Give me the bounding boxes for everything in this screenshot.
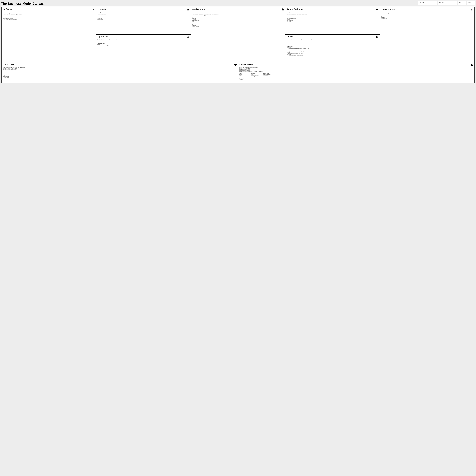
list-item: Risk Reduction bbox=[192, 24, 284, 25]
phase-name: 3. Purchase bbox=[287, 51, 378, 51]
list-item: Through which Channels do our Customer S… bbox=[287, 39, 378, 40]
rs-dynamic-head: dynamic pricing bbox=[263, 73, 271, 74]
ka-examples: ProductionProblem SolvingPlatform/Networ… bbox=[98, 17, 189, 20]
tag-icon bbox=[234, 64, 237, 66]
vp-questions: What value do we deliver to the customer… bbox=[192, 12, 284, 16]
co-questions: What are the most important costs inhere… bbox=[3, 67, 237, 70]
list-item: Who are our most important customers? bbox=[381, 13, 473, 14]
list-item: Which Key Activities do partners perform… bbox=[3, 15, 95, 16]
svg-rect-6 bbox=[283, 9, 284, 9]
page-title: The Business Model Canvas bbox=[1, 1, 417, 5]
list-item: Brokerage fees bbox=[239, 78, 247, 79]
people-icon bbox=[471, 8, 473, 11]
designed-by-label: Designed by: bbox=[439, 2, 456, 3]
svg-point-1 bbox=[187, 38, 187, 38]
cell-cost-structure: Cost Structure What are the most importa… bbox=[1, 62, 238, 83]
svg-point-8 bbox=[377, 37, 378, 38]
co-examples2: Fixed Costs (salaries, rents, utilities)… bbox=[3, 74, 237, 78]
phase-name: 2. Evaluation bbox=[287, 49, 378, 50]
heart-icon bbox=[376, 8, 378, 11]
list-item: Segmented bbox=[381, 16, 473, 17]
list-item: What Key Resources do our Value Proposit… bbox=[98, 39, 189, 40]
rs-types-head: types bbox=[239, 73, 247, 74]
list-item: Automated Services bbox=[287, 20, 378, 21]
link-icon bbox=[92, 8, 95, 11]
list-item: List Price bbox=[251, 74, 259, 75]
date-label: Date: bbox=[459, 2, 465, 3]
list-item: Customer segment dependent bbox=[251, 76, 259, 77]
phase-name: 5. After sales bbox=[287, 54, 378, 55]
rs-fixed-head: fixed pricing bbox=[251, 73, 259, 74]
list-item: Problem Solving bbox=[98, 18, 189, 19]
list-item: Who are our Key Partners? bbox=[3, 12, 95, 13]
customer-segments-title: Customer Segments bbox=[381, 8, 395, 10]
version-box[interactable]: Version: bbox=[467, 1, 475, 5]
designed-by-box[interactable]: Designed by: bbox=[438, 1, 457, 5]
list-item: Which Key Resources are most expensive? bbox=[3, 68, 237, 69]
list-item: Cost Driven (leanest cost structure, low… bbox=[3, 71, 237, 72]
list-item: For what do they currently pay? bbox=[239, 68, 473, 69]
cr-subhead: examples bbox=[287, 17, 378, 17]
list-item: Lending/Renting/Leasing bbox=[239, 77, 247, 77]
list-item: Niche Market bbox=[381, 16, 473, 16]
list-item: Variable costs bbox=[3, 75, 237, 76]
key-resources-title: Key Resources bbox=[98, 36, 108, 38]
list-item: Intellectual (brand patents, copyrights,… bbox=[98, 45, 189, 46]
cs-examples: Mass MarketNiche MarketSegmentedDiversif… bbox=[381, 15, 473, 19]
ka-questions: What Key Activities do our Value Proposi… bbox=[98, 12, 189, 16]
list-item: Subscription Fees bbox=[239, 76, 247, 77]
cell-revenue-streams: Revenue Streams $ For what value are our… bbox=[238, 62, 475, 83]
kp-subhead: motivations for partnerships bbox=[3, 17, 95, 17]
header-bar: The Business Model Canvas Designed for: … bbox=[1, 1, 475, 5]
list-item: For whom are we creating value? bbox=[381, 12, 473, 13]
list-item: How are they integrated with the rest of… bbox=[287, 14, 378, 15]
ka-subhead: catergories bbox=[98, 17, 189, 17]
date-box[interactable]: Date: bbox=[458, 1, 466, 5]
cell-customer-relationships: Customer Relationships What type of rela… bbox=[285, 7, 380, 34]
cell-channels: Channels Through which Channels do our C… bbox=[285, 34, 380, 62]
co-subhead2: sample characteristics bbox=[3, 74, 237, 74]
ch-phases: 1. AwarenessHow do we raise awareness ab… bbox=[287, 47, 378, 56]
revenue-streams-title: Revenue Streams bbox=[239, 64, 253, 66]
list-item: Fixed Costs (salaries, rents, utilities) bbox=[3, 74, 237, 75]
cs-questions: For whom are we creating value?Who are o… bbox=[381, 12, 473, 14]
list-item: Production bbox=[98, 17, 189, 18]
svg-rect-5 bbox=[282, 9, 283, 9]
list-item: Which ones have we established? bbox=[287, 13, 378, 14]
list-item: Mass Market bbox=[381, 15, 473, 16]
list-item: Price bbox=[192, 23, 284, 23]
list-item: Financial bbox=[98, 47, 189, 47]
list-item: What type of relationship does each of o… bbox=[287, 12, 378, 13]
list-item: Revenue Streams? bbox=[98, 41, 189, 42]
checkbox-icon bbox=[187, 8, 189, 11]
list-item: Accessibility bbox=[192, 25, 284, 26]
list-item: How much does each Revenue Stream contri… bbox=[239, 71, 473, 72]
rs-questions: For what value are our customers really … bbox=[239, 67, 473, 72]
cr-examples: Personal assistanceDedicated Personal As… bbox=[287, 17, 378, 23]
cell-key-partners: Key Partners Who are our Key Partners?Wh… bbox=[1, 7, 96, 62]
kp-questions: Who are our Key Partners?Who are our key… bbox=[3, 12, 95, 16]
list-item: Negotiation (bargaining) bbox=[263, 74, 271, 75]
kr-examples: PhysicalIntellectual (brand patents, cop… bbox=[98, 44, 189, 47]
customer-relationships-title: Customer Relationships bbox=[287, 8, 303, 10]
list-item: Real-time-Market bbox=[263, 76, 271, 77]
kp-examples: Optimization and economyReduction of ris… bbox=[3, 17, 95, 20]
list-item: What Key Activities do our Value Proposi… bbox=[98, 12, 189, 13]
ch-questions: Through which Channels do our Customer S… bbox=[287, 39, 378, 46]
ch-subhead: channel phases bbox=[287, 46, 378, 47]
svg-rect-3 bbox=[282, 9, 283, 11]
list-item: Which customer needs are we satisfying? bbox=[192, 15, 284, 16]
svg-point-9 bbox=[471, 9, 472, 10]
list-item: Product feature dependent bbox=[251, 75, 259, 76]
kr-questions: What Key Resources do our Value Proposit… bbox=[98, 39, 189, 42]
list-item: Yield Management bbox=[263, 75, 271, 76]
list-item: Co-creation bbox=[287, 22, 378, 23]
list-item: Communities bbox=[287, 21, 378, 22]
phase-question: How do we allow customers to purchase sp… bbox=[287, 51, 378, 52]
list-item: Value Driven (focused on value creation,… bbox=[3, 72, 237, 73]
designed-for-box[interactable]: Designed for: bbox=[418, 1, 437, 5]
list-item: How are we integrating them with custome… bbox=[287, 44, 378, 46]
list-item: Acquisition of particular resources and … bbox=[3, 19, 95, 20]
list-item: How are we reaching them now? bbox=[287, 40, 378, 41]
value-propositions-title: Value Propositions bbox=[192, 8, 205, 10]
